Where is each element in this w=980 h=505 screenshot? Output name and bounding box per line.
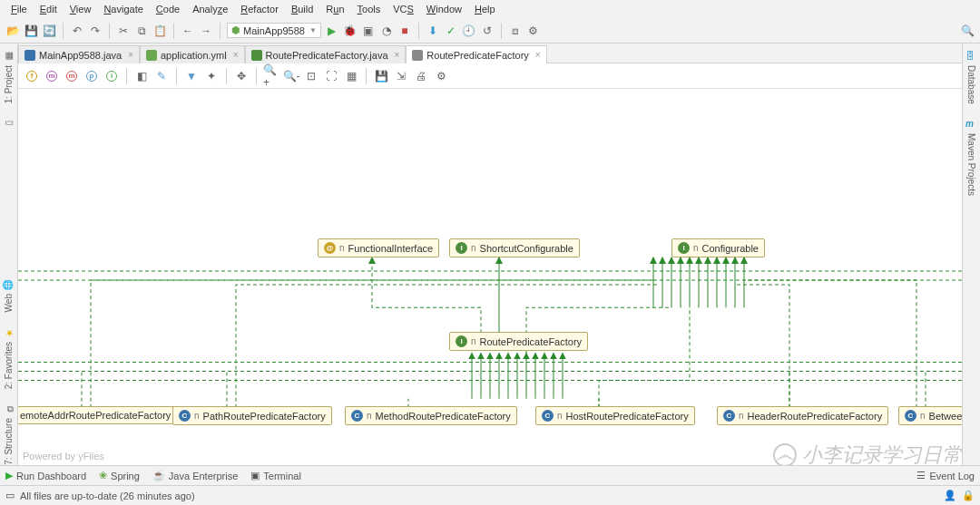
menu-build[interactable]: Build [286, 2, 318, 16]
class-icon: C [351, 410, 363, 422]
lock-icon[interactable]: 🔒 [962, 490, 975, 501]
sdk-icon[interactable]: ⚙ [526, 24, 541, 38]
print-icon[interactable]: 🖨 [413, 68, 429, 84]
spring-icon: ❀ [99, 470, 107, 481]
hector-icon[interactable]: 👤 [944, 490, 956, 501]
copy-icon[interactable]: ⧉ [134, 24, 149, 38]
tab-route-predicate-diagram[interactable]: RoutePredicateFactory × [406, 45, 546, 63]
vcs-commit-icon[interactable]: ✓ [444, 24, 458, 38]
menu-vcs[interactable]: VCS [387, 2, 419, 16]
tool-spring[interactable]: ❀Spring [99, 470, 140, 481]
vcs-update-icon[interactable]: ⬇ [426, 24, 440, 38]
diagram-canvas[interactable]: @ n FunctionalInterface I n ShortcutConf… [18, 89, 962, 465]
change-scope-icon[interactable]: ◧ [133, 68, 150, 84]
redo-icon[interactable]: ↷ [88, 24, 103, 38]
node-between-factory[interactable]: C n BetweenRoutePredi [898, 406, 962, 425]
forward-icon[interactable]: → [199, 24, 213, 38]
tool-project[interactable]: 1: Project▦ [0, 44, 16, 111]
edit-colors-icon[interactable]: ✎ [153, 68, 170, 84]
properties-icon[interactable]: p [83, 68, 100, 84]
menu-tools[interactable]: Tools [352, 2, 387, 16]
save-icon[interactable]: 💾 [373, 68, 389, 84]
tool-structure[interactable]: 7: Structure⧉ [0, 396, 16, 472]
spring-boot-icon: ⬢ [231, 24, 240, 36]
fields-icon[interactable]: f [24, 68, 40, 84]
namespace-icon: n [471, 243, 476, 253]
tool-event-log[interactable]: ☰Event Log [916, 470, 975, 481]
stop-icon[interactable]: ■ [397, 24, 412, 38]
tool-web[interactable]: Web🌐 [0, 272, 16, 319]
close-icon[interactable]: × [128, 50, 133, 60]
node-route-predicate-factory[interactable]: I n RoutePredicateFactory [449, 332, 588, 351]
run-dashboard-icon: ▶ [5, 470, 13, 481]
apply-layout-icon[interactable]: ▦ [343, 68, 359, 84]
node-label: PathRoutePredicateFactory [203, 411, 326, 422]
categories-icon[interactable]: ✦ [203, 68, 220, 84]
menu-run[interactable]: Run [320, 2, 349, 16]
tool-run-dashboard[interactable]: ▶Run Dashboard [5, 470, 86, 481]
debug-icon[interactable]: 🐞 [343, 24, 358, 38]
node-path-factory[interactable]: C n PathRoutePredicateFactory [172, 406, 332, 425]
status-bar: ▭ All files are up-to-date (26 minutes a… [0, 485, 980, 505]
close-icon[interactable]: × [535, 50, 541, 60]
menu-navigate[interactable]: Navigate [98, 2, 148, 16]
close-icon[interactable]: × [233, 50, 239, 60]
tool-terminal[interactable]: ▣Terminal [250, 470, 301, 481]
menu-help[interactable]: Help [469, 2, 501, 16]
run-icon[interactable]: ▶ [325, 24, 339, 38]
menu-refactor[interactable]: Refactor [235, 2, 284, 16]
profile-icon[interactable]: ◔ [379, 24, 394, 38]
tool-favorites[interactable]: 2: Favorites★ [0, 320, 16, 396]
run-configuration-selector[interactable]: ⬢ MainApp9588 ▼ [227, 23, 321, 38]
vcs-revert-icon[interactable]: ↺ [480, 24, 495, 38]
actual-size-icon[interactable]: ⊡ [303, 68, 319, 84]
cut-icon[interactable]: ✂ [116, 24, 131, 38]
tab-mainapp[interactable]: MainApp9588.java × [18, 45, 140, 63]
open-icon[interactable]: 📂 [5, 24, 20, 38]
vcs-history-icon[interactable]: 🕘 [462, 24, 476, 38]
menu-file[interactable]: File [5, 2, 33, 16]
tool-java-enterprise[interactable]: ☕Java Enterprise [152, 470, 238, 481]
tool-maven[interactable]: mMaven Projects [963, 112, 979, 203]
inner-icon[interactable]: i [103, 68, 120, 84]
tool-database[interactable]: 🗄Database [963, 44, 979, 112]
menu-edit[interactable]: Edit [34, 2, 63, 16]
project-structure-icon[interactable]: ⧈ [508, 24, 523, 38]
export-icon[interactable]: ⇲ [393, 68, 409, 84]
back-icon[interactable]: ← [181, 24, 195, 38]
node-label: HeaderRoutePredicateFactory [748, 411, 883, 422]
save-all-icon[interactable]: 💾 [24, 24, 38, 38]
tool-minimize[interactable]: ▭ [0, 111, 16, 136]
menu-code[interactable]: Code [151, 2, 185, 16]
tab-label: RoutePredicateFactory [426, 50, 529, 61]
node-remote-addr-factory[interactable]: emoteAddrRoutePredicateFactory [18, 406, 177, 424]
layout-icon[interactable]: ✥ [233, 68, 250, 84]
close-icon[interactable]: × [395, 50, 400, 60]
status-icon[interactable]: ▭ [5, 490, 15, 501]
run-config-name: MainApp9588 [243, 25, 305, 36]
node-shortcut-configurable[interactable]: I n ShortcutConfigurable [449, 238, 580, 257]
tab-route-predicate-java[interactable]: RoutePredicateFactory.java × [245, 45, 407, 63]
undo-icon[interactable]: ↶ [70, 24, 84, 38]
search-everywhere-icon[interactable]: 🔍 [960, 24, 975, 38]
paste-icon[interactable]: 📋 [152, 24, 167, 38]
fit-icon[interactable]: ⛶ [323, 68, 339, 84]
methods-icon[interactable]: m [64, 68, 80, 84]
node-method-factory[interactable]: C n MethodRoutePredicateFactory [345, 406, 517, 425]
refresh-icon[interactable]: 🔄 [42, 24, 56, 38]
node-functional-interface[interactable]: @ n FunctionalInterface [318, 238, 439, 257]
tab-application-yml[interactable]: application.yml × [140, 45, 245, 63]
menu-window[interactable]: Window [421, 2, 467, 16]
node-configurable[interactable]: I n Configurable [671, 238, 765, 257]
settings-icon[interactable]: ⚙ [433, 68, 449, 84]
menu-analyze[interactable]: Analyze [187, 2, 233, 16]
coverage-icon[interactable]: ▣ [361, 24, 376, 38]
node-host-factory[interactable]: C n HostRoutePredicateFactory [535, 406, 695, 425]
filter-icon[interactable]: ▼ [183, 68, 200, 84]
constructors-icon[interactable]: m [44, 68, 60, 84]
zoom-out-icon[interactable]: 🔍- [283, 68, 299, 84]
node-header-factory[interactable]: C n HeaderRoutePredicateFactory [717, 406, 888, 425]
menu-view[interactable]: View [64, 2, 97, 16]
zoom-in-icon[interactable]: 🔍+ [263, 68, 279, 84]
editor-tabs: MainApp9588.java × application.yml × Rou… [0, 44, 980, 63]
